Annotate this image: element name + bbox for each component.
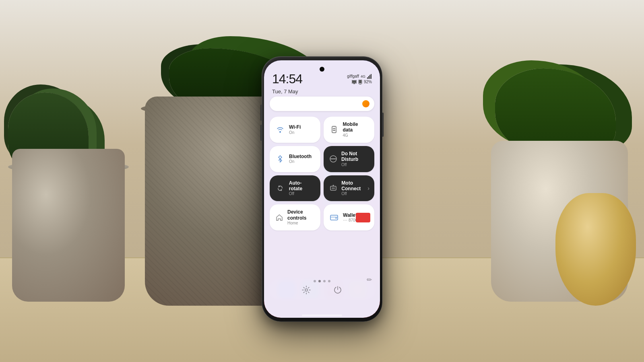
- phone: 14:54 giffgaff 4G: [262, 56, 382, 322]
- wallet-icon: [329, 213, 339, 222]
- auto-rotate-title: Auto-rotate: [289, 180, 315, 192]
- svg-rect-11: [333, 128, 335, 129]
- page-dot-1: [314, 280, 316, 282]
- gourd-decoration: [555, 193, 636, 306]
- mobile-data-subtitle: 4G: [343, 133, 369, 138]
- dnd-tile[interactable]: Do Not Disturb Off: [324, 146, 374, 172]
- dnd-tile-text: Do Not Disturb Off: [341, 151, 369, 167]
- wallet-subtitle: ···· 8706: [343, 218, 357, 223]
- svg-rect-8: [359, 80, 361, 83]
- svg-rect-0: [367, 77, 368, 79]
- device-controls-title: Device controls: [287, 209, 315, 221]
- wifi-subtitle: On: [289, 130, 301, 135]
- svg-rect-2: [369, 75, 370, 79]
- wallet-tile-text: Wallet ···· 8706: [343, 212, 357, 223]
- front-camera: [320, 67, 324, 72]
- date-display: Tue, 7 May: [272, 88, 298, 95]
- search-bar[interactable]: [270, 97, 374, 111]
- wifi-tile[interactable]: Wi-Fi On: [270, 117, 320, 143]
- battery-row: 92%: [352, 80, 372, 84]
- device-controls-tile-text: Device controls Home: [287, 209, 315, 226]
- bluetooth-title: Bluetooth: [289, 154, 312, 159]
- svg-rect-12: [333, 130, 335, 131]
- bluetooth-subtitle: On: [289, 159, 312, 164]
- navigation-bar: [302, 315, 342, 316]
- carrier-name: giffgaff: [347, 74, 359, 78]
- page-dots: [314, 280, 330, 282]
- moto-connect-tile-text: Moto Connect Off: [341, 180, 369, 197]
- svg-rect-6: [353, 83, 355, 84]
- power-icon[interactable]: [332, 284, 343, 296]
- rotate-icon: [275, 183, 285, 193]
- svg-rect-3: [371, 74, 372, 79]
- moto-connect-title: Moto Connect: [341, 180, 369, 192]
- svg-point-21: [333, 185, 334, 186]
- auto-rotate-tile-text: Auto-rotate Off: [289, 180, 315, 197]
- bottom-system-icons: [264, 284, 380, 296]
- status-time: 14:54: [272, 72, 302, 86]
- wifi-title: Wi-Fi: [289, 124, 301, 130]
- wifi-tile-text: Wi-Fi On: [289, 124, 301, 135]
- signal-icon: [367, 74, 372, 79]
- page-dot-4: [328, 280, 330, 282]
- bluetooth-icon: [275, 154, 285, 164]
- page-dot-2: [318, 280, 321, 282]
- mobile-data-icon: [329, 125, 339, 134]
- plant-left: [0, 93, 153, 302]
- moto-icon: [329, 183, 337, 193]
- quick-tiles-grid: Wi-Fi On: [270, 117, 374, 230]
- battery-percent: 92%: [364, 80, 372, 84]
- svg-point-24: [335, 217, 337, 219]
- auto-rotate-subtitle: Off: [289, 191, 315, 196]
- status-right: giffgaff 4G: [347, 74, 372, 84]
- wallet-tile[interactable]: Wallet ···· 8706: [324, 204, 374, 230]
- device-controls-subtitle: Home: [287, 221, 315, 226]
- svg-point-13: [334, 127, 334, 128]
- dnd-icon: [329, 154, 337, 164]
- phone-body: 14:54 giffgaff 4G: [262, 56, 382, 322]
- page-dot-3: [323, 280, 326, 282]
- svg-point-25: [305, 289, 308, 291]
- mobile-data-title: Mobile data: [343, 121, 369, 133]
- svg-rect-1: [368, 76, 369, 79]
- moto-connect-subtitle: Off: [341, 191, 369, 196]
- google-logo: [362, 100, 369, 107]
- mobile-data-tile-text: Mobile data 4G: [343, 121, 369, 138]
- mobile-data-tile[interactable]: Mobile data 4G: [324, 117, 374, 143]
- dnd-subtitle: Off: [341, 162, 369, 167]
- home-icon: [275, 213, 283, 222]
- auto-rotate-tile[interactable]: Auto-rotate Off: [270, 175, 320, 202]
- svg-rect-9: [359, 84, 361, 84]
- wallet-title: Wallet: [343, 212, 357, 218]
- signal-type: 4G: [361, 74, 365, 78]
- settings-gear-icon[interactable]: [301, 284, 312, 296]
- quick-settings-panel: 14:54 giffgaff 4G: [264, 60, 380, 318]
- svg-rect-20: [332, 187, 335, 189]
- charge-icon: [358, 80, 362, 84]
- screen-icon: [352, 80, 357, 84]
- wallet-card: [356, 213, 370, 222]
- power-button[interactable]: [382, 113, 384, 137]
- volume-up-button[interactable]: [260, 105, 262, 121]
- bluetooth-tile[interactable]: Bluetooth On: [270, 146, 320, 172]
- phone-screen: 14:54 giffgaff 4G: [264, 60, 380, 318]
- volume-down-button[interactable]: [260, 125, 262, 141]
- moto-connect-tile[interactable]: Moto Connect Off ›: [324, 175, 374, 202]
- edit-pencil-icon[interactable]: ✏: [367, 276, 372, 284]
- plant-left-pot: [12, 149, 125, 302]
- bluetooth-tile-text: Bluetooth On: [289, 154, 312, 164]
- carrier-row: giffgaff 4G: [347, 74, 372, 79]
- moto-connect-arrow: ›: [367, 185, 369, 191]
- device-controls-tile[interactable]: Device controls Home: [270, 204, 320, 230]
- wifi-icon: [275, 125, 285, 134]
- dnd-title: Do Not Disturb: [341, 151, 369, 162]
- svg-rect-5: [352, 80, 356, 83]
